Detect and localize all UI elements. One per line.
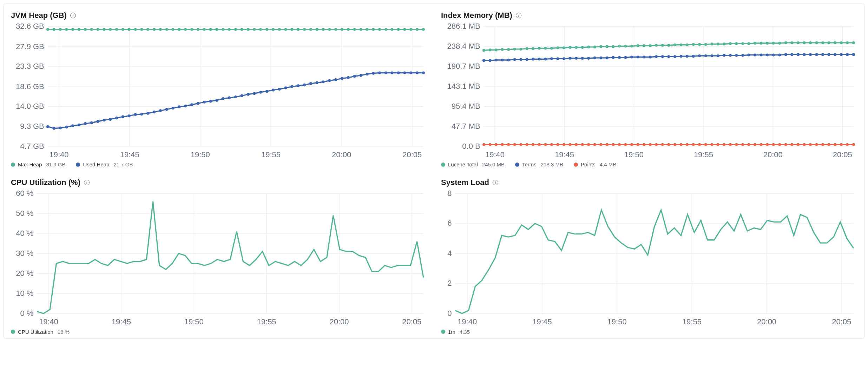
svg-point-36 <box>109 28 112 31</box>
svg-point-231 <box>834 41 836 44</box>
svg-point-102 <box>140 113 143 115</box>
svg-text:0: 0 <box>447 309 452 318</box>
svg-point-245 <box>544 58 547 60</box>
info-icon[interactable]: i <box>84 180 90 185</box>
svg-point-45 <box>165 28 168 31</box>
svg-point-65 <box>290 28 293 31</box>
svg-point-53 <box>215 28 218 31</box>
svg-point-228 <box>815 41 818 44</box>
svg-point-202 <box>655 44 658 47</box>
svg-point-286 <box>797 53 800 56</box>
svg-point-350 <box>815 143 818 146</box>
chart-jvm-heap[interactable]: 4.7 GB9.3 GB14.0 GB18.6 GB23.3 GB27.9 GB… <box>11 23 427 159</box>
svg-point-244 <box>538 58 541 60</box>
svg-point-218 <box>754 42 756 45</box>
svg-point-269 <box>692 55 695 58</box>
chart-cpu[interactable]: 0 %10 %20 %30 %40 %50 %60 %19:4019:4519:… <box>11 190 427 326</box>
svg-point-295 <box>852 53 855 56</box>
svg-point-81 <box>391 28 394 31</box>
svg-point-122 <box>265 90 268 93</box>
svg-point-255 <box>606 57 609 59</box>
chart-system-load[interactable]: 0246819:4019:4519:5019:5520:0020:05 <box>441 190 857 326</box>
svg-point-108 <box>178 105 180 108</box>
panel-title: System Load i <box>441 178 857 187</box>
svg-point-99 <box>121 115 124 118</box>
svg-point-248 <box>563 57 565 60</box>
svg-point-62 <box>272 28 275 31</box>
svg-point-221 <box>772 42 775 45</box>
info-icon[interactable]: i <box>70 13 76 18</box>
svg-point-217 <box>747 42 750 45</box>
svg-point-274 <box>723 54 725 57</box>
svg-point-91 <box>71 124 74 127</box>
svg-point-195 <box>612 45 614 48</box>
svg-point-268 <box>686 55 689 58</box>
svg-text:19:55: 19:55 <box>257 317 276 326</box>
legend-item-points[interactable]: Points 4.4 MB <box>574 161 616 167</box>
legend-item-used-heap[interactable]: Used Heap 21.7 GB <box>76 161 133 167</box>
legend-dot <box>11 330 15 334</box>
svg-point-176 <box>495 48 498 51</box>
svg-point-335 <box>723 143 725 146</box>
svg-point-69 <box>316 28 318 31</box>
legend-item-1m[interactable]: 1m 4.35 <box>441 329 470 335</box>
svg-point-120 <box>253 92 256 95</box>
svg-point-51 <box>203 28 206 31</box>
svg-text:19:45: 19:45 <box>555 150 574 159</box>
info-icon[interactable]: i <box>493 180 498 185</box>
svg-point-47 <box>178 28 180 31</box>
legend-item-cpu-util[interactable]: CPU Utilization 18 % <box>11 329 70 335</box>
svg-point-190 <box>581 46 584 49</box>
svg-point-48 <box>184 28 187 31</box>
legend-dot <box>441 330 445 334</box>
svg-point-60 <box>259 28 262 31</box>
legend-item-terms[interactable]: Terms 218.3 MB <box>515 161 563 167</box>
svg-point-304 <box>532 143 534 146</box>
svg-point-141 <box>384 71 387 74</box>
svg-point-146 <box>416 71 419 74</box>
svg-point-66 <box>297 28 300 31</box>
svg-point-112 <box>203 101 206 104</box>
svg-text:143.1 MB: 143.1 MB <box>447 82 480 91</box>
svg-point-298 <box>495 143 498 146</box>
svg-point-90 <box>65 126 68 128</box>
svg-point-312 <box>581 143 584 146</box>
svg-point-75 <box>353 28 356 31</box>
svg-point-56 <box>234 28 237 31</box>
legend-jvm-heap: Max Heap 31.9 GB Used Heap 21.7 GB <box>11 159 427 167</box>
svg-point-313 <box>587 143 590 146</box>
svg-text:19:55: 19:55 <box>682 317 702 326</box>
svg-point-322 <box>643 143 645 146</box>
svg-point-307 <box>550 143 553 146</box>
svg-point-243 <box>532 58 534 60</box>
svg-point-201 <box>649 44 652 47</box>
legend-label: CPU Utilization <box>18 329 53 335</box>
svg-point-284 <box>784 53 787 56</box>
svg-point-123 <box>272 89 275 92</box>
svg-point-354 <box>840 143 843 146</box>
svg-point-49 <box>190 28 193 31</box>
svg-point-326 <box>667 143 670 146</box>
svg-point-237 <box>495 59 498 61</box>
chart-index-memory[interactable]: 0.0 B47.7 MB95.4 MB143.1 MB190.7 MB238.4… <box>441 23 857 159</box>
svg-point-87 <box>46 125 49 128</box>
svg-point-232 <box>840 41 843 44</box>
svg-point-223 <box>784 41 787 44</box>
info-icon[interactable]: i <box>516 13 521 18</box>
svg-point-179 <box>513 48 516 51</box>
legend-item-lucene-total[interactable]: Lucene Total 245.0 MB <box>441 161 505 167</box>
svg-point-37 <box>115 28 118 31</box>
legend-item-max-heap[interactable]: Max Heap 31.9 GB <box>11 161 65 167</box>
svg-text:20:05: 20:05 <box>402 317 421 326</box>
svg-point-270 <box>698 54 701 57</box>
svg-point-275 <box>729 54 732 57</box>
svg-point-126 <box>290 85 293 88</box>
svg-text:9.3 GB: 9.3 GB <box>20 122 44 131</box>
legend-value: 31.9 GB <box>46 161 65 167</box>
svg-point-59 <box>253 28 256 31</box>
svg-point-213 <box>723 42 725 45</box>
svg-point-34 <box>97 28 99 31</box>
svg-point-28 <box>59 28 62 31</box>
svg-point-131 <box>322 80 325 83</box>
svg-point-92 <box>78 124 80 126</box>
